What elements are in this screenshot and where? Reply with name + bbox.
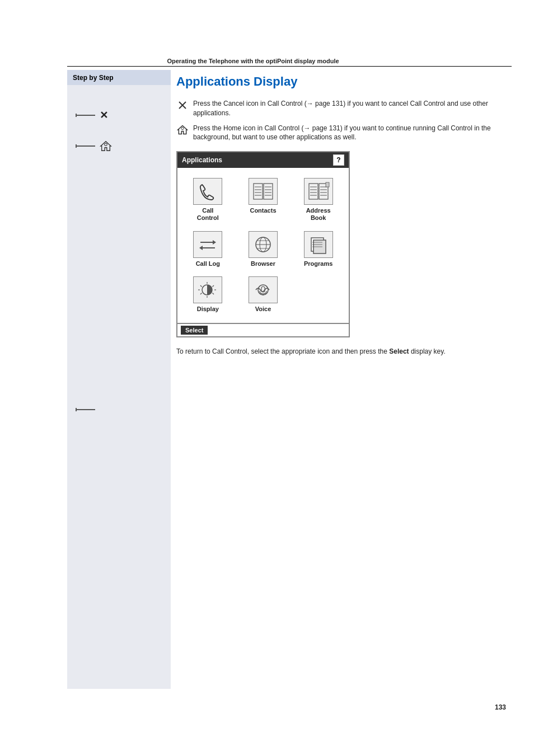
svg-point-9 <box>181 127 184 129</box>
app-item-address-book[interactable]: AddressBook <box>291 173 346 226</box>
bottom-text-end: display key. <box>409 348 446 355</box>
app-item-call-log[interactable]: Call Log <box>180 227 236 272</box>
bottom-instruction: To return to Call Control, select the ap… <box>176 346 512 356</box>
page-number: 133 <box>495 703 506 711</box>
page-title: Applications Display <box>176 74 512 89</box>
app-display: Applications ? CallControl <box>176 151 350 337</box>
svg-line-49 <box>213 293 214 294</box>
tick-line-select <box>75 407 96 412</box>
app-grid: CallControl <box>177 168 349 323</box>
app-label-programs: Programs <box>304 260 332 267</box>
bottom-text-select: Select <box>389 348 409 355</box>
app-label-call-log: Call Log <box>196 260 220 267</box>
svg-marker-34 <box>199 246 203 250</box>
home-icon <box>100 140 112 152</box>
app-item-programs[interactable]: Programs <box>291 227 346 272</box>
app-icon-contacts <box>249 178 278 205</box>
app-icon-display <box>193 276 222 303</box>
app-item-call-control[interactable]: CallControl <box>180 173 236 226</box>
app-icon-call-control <box>193 178 222 205</box>
sidebar-label: Step by Step <box>73 74 114 82</box>
left-sidebar <box>67 70 171 689</box>
svg-point-4 <box>105 143 107 146</box>
header-text: Operating the Telephone with the optiPoi… <box>167 58 339 64</box>
page: Operating the Telephone with the optiPoi… <box>0 0 534 756</box>
app-label-call-control: CallControl <box>197 207 219 222</box>
svg-line-52 <box>200 293 202 294</box>
app-icon-programs <box>304 231 333 258</box>
app-icon-browser <box>249 231 278 258</box>
app-icon-voice <box>249 276 278 303</box>
svg-rect-10 <box>254 184 263 199</box>
app-display-title: Applications <box>182 156 222 164</box>
app-label-voice: Voice <box>255 306 271 313</box>
instruction-cancel: Press the Cancel icon in Call Control (→… <box>176 99 512 118</box>
app-display-footer: Select <box>177 323 349 336</box>
cancel-x-icon: ✕ <box>100 109 108 121</box>
home-icon-wrap <box>75 140 112 152</box>
instruction-home: Press the Home icon in Call Control (→ p… <box>176 124 512 143</box>
page-header: Operating the Telephone with the optiPoi… <box>0 58 506 64</box>
app-label-contacts: Contacts <box>250 207 276 214</box>
home-instruction-icon <box>176 124 189 136</box>
app-item-browser[interactable]: Browser <box>236 227 291 272</box>
select-icon-wrap <box>75 407 96 412</box>
tick-line-home <box>75 144 96 148</box>
svg-marker-32 <box>213 240 216 245</box>
main-content: Applications Display Press the Cancel ic… <box>176 70 512 356</box>
cancel-instruction-icon <box>176 99 189 111</box>
app-icon-address-book <box>304 178 333 205</box>
instruction-cancel-text: Press the Cancel icon in Call Control (→… <box>193 99 512 118</box>
help-button[interactable]: ? <box>333 154 344 166</box>
app-display-header: Applications ? <box>177 152 349 168</box>
top-rule <box>67 66 512 67</box>
app-item-voice[interactable]: Voice <box>236 272 291 317</box>
app-item-display[interactable]: Display <box>180 272 236 317</box>
app-icon-call-log <box>193 231 222 258</box>
svg-line-53 <box>213 285 214 287</box>
instruction-home-text: Press the Home icon in Call Control (→ p… <box>193 124 512 143</box>
app-item-contacts[interactable]: Contacts <box>236 173 291 226</box>
tick-line-cancel <box>75 113 96 118</box>
app-label-display: Display <box>197 306 219 313</box>
select-button[interactable]: Select <box>181 326 208 335</box>
bottom-text-start: To return to Call Control, select the ap… <box>176 348 389 355</box>
svg-rect-30 <box>326 182 329 187</box>
svg-rect-15 <box>264 184 273 199</box>
app-label-address-book: AddressBook <box>306 207 331 222</box>
step-by-step-box: Step by Step <box>67 70 171 85</box>
svg-line-48 <box>200 285 202 287</box>
app-label-browser: Browser <box>251 260 275 267</box>
cancel-icon-wrap: ✕ <box>75 109 108 121</box>
svg-rect-20 <box>309 184 318 199</box>
